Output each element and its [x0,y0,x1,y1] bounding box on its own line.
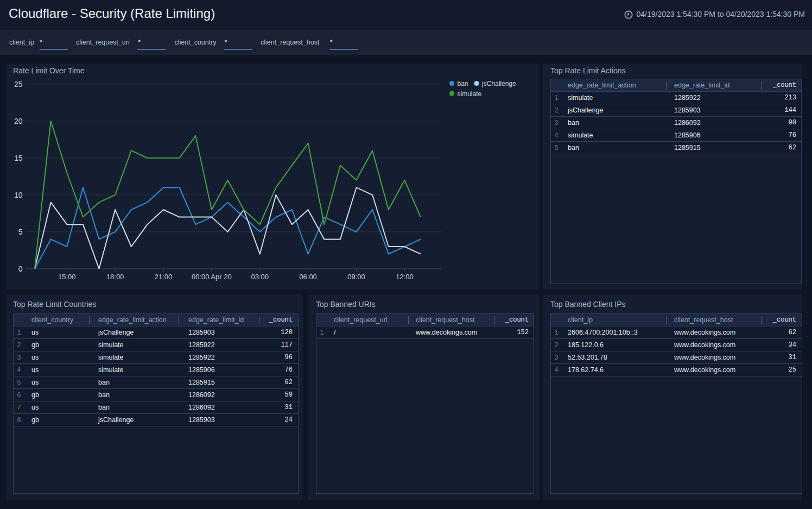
svg-text:20: 20 [14,117,23,125]
svg-text:5: 5 [18,228,23,236]
svg-text:00:00 Apr 20: 00:00 Apr 20 [192,273,232,281]
svg-text:25: 25 [14,80,23,89]
svg-text:09:00: 09:00 [347,273,365,281]
svg-text:0: 0 [18,265,23,273]
svg-text:15: 15 [14,154,23,162]
svg-text:12:00: 12:00 [396,273,414,281]
svg-text:jsChallenge: jsChallenge [481,80,516,87]
svg-text:simulate: simulate [458,90,482,98]
svg-text:06:00: 06:00 [299,273,317,281]
svg-text:10: 10 [14,191,23,199]
svg-text:15:00: 15:00 [58,273,76,281]
svg-text:21:00: 21:00 [155,273,173,281]
svg-text:ban: ban [458,80,468,87]
svg-text:18:00: 18:00 [106,273,124,281]
svg-text:03:00: 03:00 [251,273,269,281]
